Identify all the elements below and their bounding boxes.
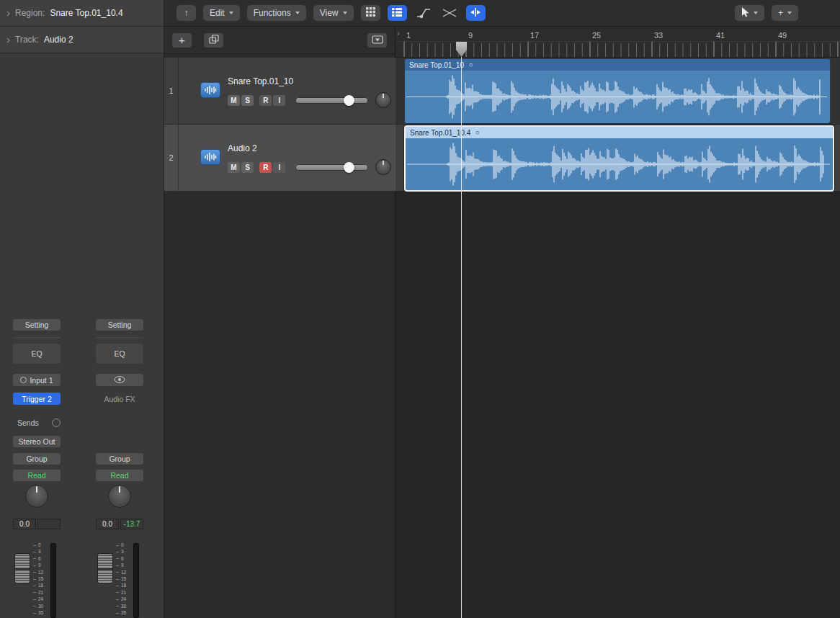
automation-curve-icon[interactable]	[414, 5, 433, 21]
track-name[interactable]: Audio 2	[228, 143, 257, 153]
fader-cap[interactable]	[14, 553, 30, 583]
crossfade-icon[interactable]	[440, 5, 459, 21]
track-row-1[interactable]: 1 Snare Top.01_10 M S R I	[164, 58, 396, 125]
duplicate-track-button[interactable]	[204, 33, 223, 48]
group-slot[interactable]: Group	[13, 453, 61, 465]
record-enable-button[interactable]: R	[259, 95, 272, 106]
plus-icon: +	[179, 35, 185, 45]
track-view-button[interactable]	[388, 5, 407, 21]
fader-db-scale: 036912151821243035	[33, 542, 46, 616]
chevron-down-icon	[343, 12, 347, 14]
disclosure-chevron-icon[interactable]: ›	[6, 34, 10, 45]
track-header-panel: + 1	[164, 27, 396, 618]
chevron-down-icon	[229, 12, 233, 14]
pan-knob[interactable]	[375, 159, 391, 175]
track-name[interactable]: Snare Top.01_10	[228, 76, 293, 86]
sends-slot[interactable]: Sends	[13, 417, 61, 429]
track-number: 1	[164, 58, 179, 124]
track-number: 2	[164, 125, 179, 191]
svg-text:17: 17	[530, 31, 539, 40]
add-track-button[interactable]: +	[172, 33, 192, 48]
view-menu-button[interactable]: View	[313, 5, 354, 21]
solo-button[interactable]: S	[241, 95, 254, 106]
volume-slider[interactable]	[295, 164, 368, 171]
plugin-slot-empty[interactable]: Audio FX	[96, 393, 143, 405]
disclosure-chevron-icon[interactable]: ›	[6, 7, 10, 18]
fader-db-scale: 036912151821243035	[116, 542, 129, 616]
edit-menu-label: Edit	[210, 8, 225, 18]
chevron-down-icon	[295, 12, 300, 14]
region-title-bar[interactable]: Snare Top.01_10 ○	[405, 59, 830, 71]
flex-icon	[470, 7, 481, 19]
input-slot[interactable]: Input 1	[13, 374, 61, 386]
region-name: Snare Top.01_10	[409, 61, 464, 69]
volume-value[interactable]: 0.0	[13, 519, 36, 529]
pan-knob[interactable]	[108, 485, 131, 508]
playhead-line	[461, 57, 462, 618]
track-row-2[interactable]: 2 Audio 2 M S R I	[164, 125, 396, 192]
svg-text:41: 41	[716, 31, 725, 40]
peak-level-value	[37, 519, 61, 529]
input-slot[interactable]	[96, 374, 143, 386]
mute-button[interactable]: M	[228, 95, 240, 106]
automation-mode-button[interactable]: Read	[13, 470, 61, 481]
duplicate-icon	[209, 35, 219, 45]
record-enable-button[interactable]: R	[259, 162, 272, 173]
pan-knob[interactable]	[25, 485, 48, 508]
channel-fader: 036912151821243035	[13, 542, 61, 618]
arrange-area[interactable]: › 19172533414957 Snare Top.01_10 ○ Snare…	[396, 27, 840, 618]
group-slot[interactable]: Group	[96, 453, 143, 465]
volume-slider[interactable]	[295, 97, 368, 104]
track-zoom-button[interactable]	[367, 33, 387, 48]
editor-toolbar: ↑ Edit Functions View	[164, 0, 840, 27]
loop-indicator-icon[interactable]: ○	[469, 62, 473, 68]
volume-value[interactable]: 0.0	[96, 519, 119, 529]
region-label: Region:	[15, 8, 45, 18]
eq-slot[interactable]: EQ	[13, 344, 61, 364]
input-slot-label: Input 1	[30, 376, 53, 385]
cursor-arrow-icon	[741, 7, 749, 19]
region-name-value: Snare Top.01_10.4	[50, 8, 122, 18]
track-panel-toolbar: +	[164, 27, 395, 54]
grid-icon	[366, 7, 375, 19]
send-knob-icon[interactable]	[52, 418, 61, 427]
svg-text:49: 49	[778, 31, 787, 40]
svg-text:1: 1	[406, 31, 411, 40]
volume-slider-thumb[interactable]	[344, 162, 354, 173]
loop-indicator-icon[interactable]: ○	[475, 130, 479, 136]
pan-knob[interactable]	[375, 92, 391, 108]
track-label: Track:	[15, 35, 39, 45]
audio-region-2-selected[interactable]: Snare Top.01_10.4 ○	[404, 125, 834, 192]
input-monitoring-button[interactable]: I	[273, 162, 285, 173]
automation-mode-button[interactable]: Read	[96, 470, 143, 481]
channel-strip-2: Setting EQ Audio FX Group Read 0.0 -13.7…	[96, 319, 143, 618]
audio-waveform-icon	[200, 82, 220, 98]
flex-mode-button[interactable]	[466, 5, 486, 21]
eq-slot[interactable]: EQ	[96, 344, 143, 364]
input-monitoring-button[interactable]: I	[273, 95, 285, 106]
mute-button[interactable]: M	[228, 162, 240, 173]
pointer-tool-selector[interactable]	[735, 5, 764, 21]
solo-button[interactable]: S	[241, 162, 254, 173]
catch-up-button[interactable]: ↑	[177, 5, 196, 21]
functions-menu-button[interactable]: Functions	[247, 5, 306, 21]
input-format-icon[interactable]	[20, 377, 27, 383]
region-inspector-header[interactable]: › Region: Snare Top.01_10.4	[0, 0, 164, 27]
output-slot[interactable]: Stereo Out	[13, 436, 61, 447]
region-title-bar[interactable]: Snare Top.01_10.4 ○	[406, 127, 833, 138]
channel-setting-button[interactable]: Setting	[96, 319, 143, 331]
volume-slider-thumb[interactable]	[344, 95, 354, 106]
track-name-value: Audio 2	[44, 35, 73, 45]
level-meter	[133, 543, 139, 618]
grid-view-button[interactable]	[361, 5, 380, 21]
level-meter	[50, 543, 56, 618]
plugin-slot-trigger[interactable]: Trigger 2	[13, 393, 61, 405]
audio-region-1[interactable]: Snare Top.01_10 ○	[404, 58, 831, 124]
channel-setting-button[interactable]: Setting	[13, 319, 61, 331]
track-inspector-header[interactable]: › Track: Audio 2	[0, 27, 164, 53]
command-click-tool-selector[interactable]: +	[772, 5, 798, 21]
fader-cap[interactable]	[97, 553, 113, 583]
inspector-panel: › Region: Snare Top.01_10.4 › Track: Aud…	[0, 0, 164, 618]
ruler-disclosure-icon[interactable]: ›	[397, 29, 400, 37]
edit-menu-button[interactable]: Edit	[203, 5, 240, 21]
